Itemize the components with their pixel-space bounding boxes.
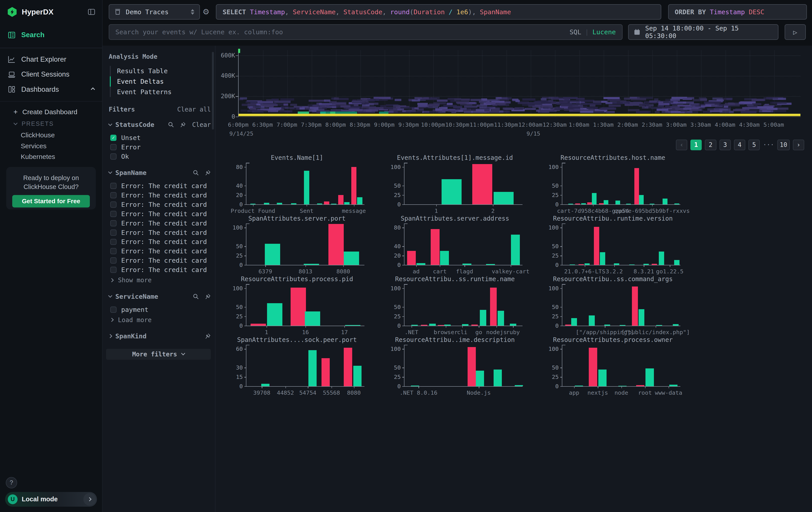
- bar-red[interactable]: [328, 224, 344, 265]
- sidebar-item-dashboards[interactable]: Dashboards: [0, 82, 102, 97]
- bar-green[interactable]: [345, 325, 360, 325]
- bar-green[interactable]: [309, 350, 317, 386]
- chart-plot[interactable]: 02550100cart-7d958c4b68-gzp54quote-695bd…: [562, 163, 680, 205]
- bar-green[interactable]: [344, 251, 359, 265]
- bar-green[interactable]: [674, 204, 679, 204]
- checkbox[interactable]: [110, 230, 117, 236]
- pin-icon[interactable]: [205, 170, 211, 176]
- bar-green[interactable]: [598, 370, 607, 386]
- chart-plot[interactable]: 0255010012: [404, 163, 523, 205]
- filter-group-header-spankind[interactable]: SpanKind: [109, 332, 211, 340]
- sidebar-collapse-icon[interactable]: [88, 8, 95, 16]
- page-button-2[interactable]: 2: [705, 140, 716, 151]
- bar-green[interactable]: [498, 311, 504, 326]
- page-button-4[interactable]: 4: [734, 140, 745, 151]
- bar-green[interactable]: [265, 244, 280, 265]
- checkbox[interactable]: [110, 248, 117, 254]
- bar-green[interactable]: [600, 252, 605, 265]
- checkbox[interactable]: [110, 211, 117, 217]
- bar-green[interactable]: [615, 200, 620, 204]
- bar-red[interactable]: [472, 164, 492, 204]
- bar-red[interactable]: [594, 227, 599, 265]
- chart-plot[interactable]: 0204080Product FoundSentmessage: [246, 163, 365, 205]
- pin-icon[interactable]: [205, 293, 211, 300]
- checkbox[interactable]: [110, 192, 117, 198]
- bar-red[interactable]: [589, 348, 597, 386]
- filter-panel-scrollbar[interactable]: [212, 52, 214, 130]
- bar-green[interactable]: [515, 385, 523, 386]
- bar-red[interactable]: [599, 203, 604, 204]
- checkbox[interactable]: [110, 220, 117, 226]
- time-range-picker[interactable]: Sep 14 18:00:00 - Sep 15 05:30:00: [628, 24, 778, 40]
- bar-green[interactable]: [305, 312, 320, 326]
- search-icon[interactable]: [193, 293, 199, 300]
- bar-green[interactable]: [584, 263, 590, 265]
- bar-green[interactable]: [673, 324, 679, 326]
- preset-item-clickhouse[interactable]: ClickHouse: [0, 130, 102, 140]
- bar-green[interactable]: [592, 193, 597, 204]
- bar-green[interactable]: [511, 235, 520, 265]
- bar-green[interactable]: [663, 198, 667, 204]
- chart-plot[interactable]: 0204080adcartflagdvalkey-cart: [404, 223, 523, 265]
- chart-plot[interactable]: 02550100["/app/shipping"]["public/index.…: [562, 284, 680, 326]
- filter-option[interactable]: Error: The credit card (…: [110, 237, 211, 247]
- load-more-button[interactable]: Load more: [110, 315, 211, 325]
- bar-red[interactable]: [471, 325, 478, 326]
- search-icon[interactable]: [168, 122, 174, 128]
- filter-option[interactable]: Error: The credit card (…: [110, 209, 211, 219]
- bar-green[interactable]: [494, 370, 502, 386]
- bar-green[interactable]: [618, 386, 627, 386]
- filter-option[interactable]: Ok: [110, 152, 211, 161]
- clear-all-button[interactable]: Clear all: [177, 106, 211, 113]
- bar-green[interactable]: [344, 202, 350, 204]
- order-by-input[interactable]: ORDER BY Timestamp DESC: [668, 4, 807, 20]
- presets-toggle[interactable]: PRESETS: [0, 118, 102, 130]
- bar-green[interactable]: [656, 325, 662, 325]
- bar-green[interactable]: [571, 318, 577, 326]
- run-query-button[interactable]: ▷: [785, 24, 806, 40]
- page-button-3[interactable]: 3: [720, 140, 731, 151]
- bar-red[interactable]: [587, 203, 592, 204]
- sidebar-item-chart-explorer[interactable]: Chart Explorer: [0, 52, 102, 67]
- page-button-1[interactable]: 1: [690, 140, 702, 151]
- bar-red[interactable]: [636, 385, 644, 386]
- checkbox[interactable]: [110, 239, 117, 245]
- bar-red[interactable]: [565, 325, 571, 326]
- bar-green[interactable]: [304, 264, 319, 265]
- filter-option[interactable]: Error: The credit card (…: [110, 256, 211, 265]
- bar-green[interactable]: [575, 385, 583, 386]
- filter-option[interactable]: payment: [110, 305, 211, 314]
- chart-plot[interactable]: 0255010011617: [246, 284, 365, 326]
- source-select[interactable]: Demo Traces: [109, 4, 200, 20]
- bar-red[interactable]: [575, 204, 580, 204]
- bar-green[interactable]: [357, 197, 362, 204]
- filter-option[interactable]: Error: The credit card (…: [110, 200, 211, 209]
- select-clause-input[interactable]: SELECT Timestamp, ServiceName, StatusCod…: [216, 4, 661, 20]
- bar-green[interactable]: [669, 385, 677, 386]
- bar-green[interactable]: [480, 310, 486, 325]
- bar-green[interactable]: [614, 263, 619, 265]
- bar-green[interactable]: [620, 325, 626, 325]
- checkbox[interactable]: [110, 306, 117, 313]
- bar-green[interactable]: [629, 265, 635, 265]
- sidebar-item-client-sessions[interactable]: Client Sessions: [0, 67, 102, 82]
- bar-green[interactable]: [568, 204, 573, 204]
- get-started-button[interactable]: Get Started for Free: [12, 195, 90, 208]
- bar-green[interactable]: [317, 204, 322, 204]
- bar-red[interactable]: [468, 347, 476, 386]
- checkbox[interactable]: [110, 144, 117, 150]
- bar-red[interactable]: [421, 325, 427, 325]
- show-more-button[interactable]: Show more: [110, 276, 211, 285]
- bar-green[interactable]: [604, 200, 608, 204]
- bar-green[interactable]: [444, 325, 451, 325]
- analysis-mode-results-table[interactable]: Results Table: [110, 66, 211, 76]
- checkbox-checked[interactable]: ✓: [110, 135, 117, 141]
- bar-green[interactable]: [639, 309, 644, 326]
- local-mode-button[interactable]: U Local mode: [5, 492, 97, 507]
- bar-red[interactable]: [579, 264, 584, 265]
- bar-green[interactable]: [570, 265, 575, 265]
- bar-green[interactable]: [645, 369, 654, 386]
- bar-green[interactable]: [331, 204, 337, 204]
- preset-item-services[interactable]: Services: [0, 140, 102, 152]
- gear-icon[interactable]: ⚙: [203, 7, 209, 16]
